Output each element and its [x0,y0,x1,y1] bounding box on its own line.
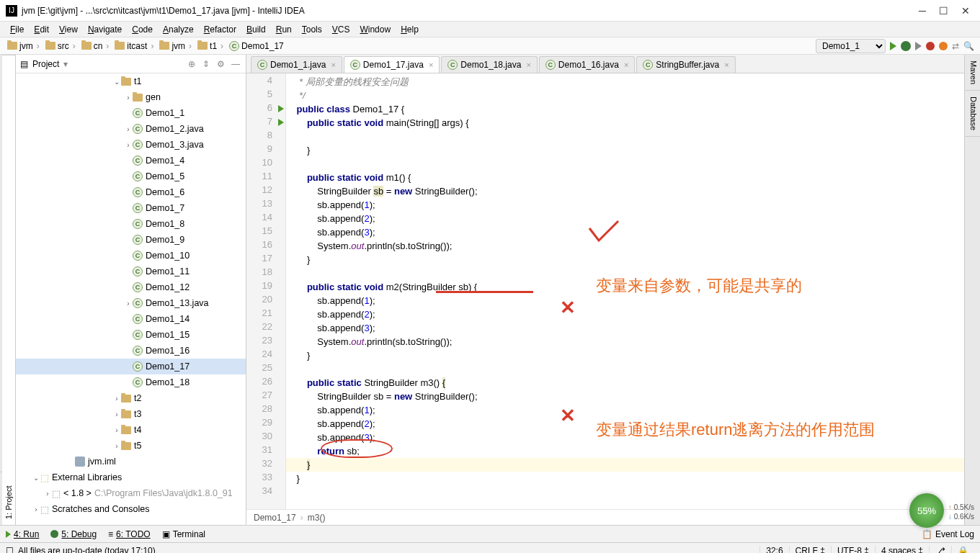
toolwin-todo[interactable]: ≡ 6: TODO [108,529,151,539]
tree-Demo1_3.java[interactable]: CDemo1_3.java [16,137,246,153]
run-config-select[interactable]: Demo1_1 [816,39,886,53]
toolwin-terminal[interactable]: ▣ Terminal [162,529,205,539]
bottom-toolbar: 4: Run 5: Debug ≡ 6: TODO ▣ Terminal 📋 E… [0,525,980,542]
collapse-icon[interactable]: ⇕ [202,59,213,69]
tab-StringBuffer.java[interactable]: CStringBuffer.java× [636,56,735,73]
editor-breadcrumb[interactable]: Demo1_17 › m3() [246,509,964,525]
coverage-icon[interactable] [915,42,922,50]
tree-t3[interactable]: t3 [16,406,246,422]
tree-Demo1_11[interactable]: CDemo1_11 [16,264,246,279]
tree-Demo1_17[interactable]: CDemo1_17 [16,359,246,374]
toolwin-structure[interactable]: 7: Structure [0,472,2,525]
tree-Demo1_18[interactable]: CDemo1_18 [16,374,246,390]
tree-t5[interactable]: t5 [16,438,246,454]
close-button[interactable]: ✕ [961,5,970,17]
tab-Demo1_1.java[interactable]: CDemo1_1.java× [251,56,342,73]
toolwin-maven[interactable]: Maven [965,55,980,91]
status-caret-pos[interactable]: 32:6 [760,546,788,554]
status-lock-icon[interactable]: 🔒 [951,546,974,554]
toolwin-debug[interactable]: 5: Debug [50,529,97,539]
tree-Demo1_6[interactable]: CDemo1_6 [16,184,246,200]
menu-code[interactable]: Code [128,23,157,36]
stop-button-icon[interactable] [926,42,935,50]
tree-gen[interactable]: gen [16,89,246,105]
close-tab-icon[interactable]: × [724,60,729,69]
menu-vcs[interactable]: VCS [328,23,355,36]
tree-Demo1_9[interactable]: CDemo1_9 [16,232,246,248]
view-mode-dropdown[interactable]: ▾ [63,59,68,69]
tree-Demo1_15[interactable]: CDemo1_15 [16,327,246,343]
menu-help[interactable]: Help [396,23,423,36]
tree-Demo1_13.java[interactable]: CDemo1_13.java [16,295,246,311]
search-icon[interactable]: 🔍 [963,41,974,51]
line-gutter[interactable]: 4567891011121314151617181920212223242526… [246,73,286,509]
menu-view[interactable]: View [55,23,82,36]
tab-Demo1_18.java[interactable]: CDemo1_18.java× [441,56,538,73]
menu-run[interactable]: Run [272,23,296,36]
toolwin-database[interactable]: Database [965,91,980,137]
scroll-from-source-icon[interactable]: ⊕ [188,59,198,69]
status-git[interactable]: ⎇ [929,546,951,554]
close-tab-icon[interactable]: × [331,60,335,69]
breadcrumb-jvm[interactable]: jvm› [6,41,43,51]
breadcrumb-cn[interactable]: cn› [80,41,112,51]
close-tab-icon[interactable]: × [624,60,628,69]
tree-t1[interactable]: t1 [16,73,246,89]
tab-Demo1_17.java[interactable]: CDemo1_17.java× [344,56,440,73]
debug-button-icon[interactable] [901,41,911,51]
editor-tabs: CDemo1_1.java×CDemo1_17.java×CDemo1_18.j… [246,55,964,73]
menu-build[interactable]: Build [242,23,270,36]
menu-analyze[interactable]: Analyze [159,23,198,36]
tree-Demo1_10[interactable]: CDemo1_10 [16,248,246,264]
tree-Demo1_1[interactable]: CDemo1_1 [16,105,246,121]
git-icon[interactable]: ⇄ [952,41,959,51]
tab-Demo1_16.java[interactable]: CDemo1_16.java× [539,56,636,73]
status-encoding[interactable]: UTF-8 ‡ [831,546,875,554]
settings-icon[interactable]: ⚙ [217,59,227,69]
breadcrumb-src[interactable]: src› [44,41,79,51]
breadcrumb-t1[interactable]: t1› [196,41,226,51]
close-tab-icon[interactable]: × [526,60,530,69]
status-indent[interactable]: 4 spaces ‡ [875,546,929,554]
menu-edit[interactable]: Edit [30,23,53,36]
tree-Demo1_7[interactable]: CDemo1_7 [16,200,246,216]
tree-jvm.iml[interactable]: jvm.iml [16,454,246,469]
tree-Demo1_2.java[interactable]: CDemo1_2.java [16,121,246,137]
tree-Demo1_8[interactable]: CDemo1_8 [16,216,246,232]
minimize-button[interactable]: ─ [919,5,926,17]
tree-Scratches and Consoles[interactable]: ⬚Scratches and Consoles [16,501,246,517]
toolwin-project[interactable]: 1: Project [2,55,15,525]
tree-Demo1_5[interactable]: CDemo1_5 [16,168,246,184]
annotation-text-2: 变量通过结果return逃离方法的作用范围 [596,419,834,441]
tree-t4[interactable]: t4 [16,422,246,438]
tree-< 1.8 >[interactable]: ⬚< 1.8 >C:\Program Files\Java\jdk1.8.0_9… [16,485,246,501]
tree-External Libraries[interactable]: ⬚External Libraries [16,469,246,485]
project-tree[interactable]: t1genCDemo1_1CDemo1_2.javaCDemo1_3.javaC… [16,73,246,525]
run-button-icon[interactable] [890,42,896,50]
menu-file[interactable]: File [6,23,28,36]
toolwin-run[interactable]: 4: Run [6,529,39,539]
tree-Demo1_14[interactable]: CDemo1_14 [16,311,246,327]
tree-Demo1_12[interactable]: CDemo1_12 [16,279,246,295]
hide-icon[interactable]: — [231,59,241,69]
menu-window[interactable]: Window [355,23,395,36]
close-tab-icon[interactable]: × [429,60,433,69]
code-text[interactable]: * 局部变量的线程安全问题 */ public class Demo1_17 {… [286,73,964,509]
menu-tools[interactable]: Tools [298,23,326,36]
breadcrumb-itcast[interactable]: itcast› [113,41,156,51]
breadcrumb-Demo1_17[interactable]: CDemo1_17 [228,41,285,51]
tree-Demo1_16[interactable]: CDemo1_16 [16,343,246,359]
toolwin-eventlog[interactable]: 📋 Event Log [922,529,974,539]
tree-t2[interactable]: t2 [16,390,246,406]
tree-Demo1_4[interactable]: CDemo1_4 [16,153,246,168]
menu-navigate[interactable]: Navigate [84,23,126,36]
crumb-class[interactable]: Demo1_17 [254,513,296,523]
tool-icon[interactable] [939,42,948,50]
status-line-sep[interactable]: CRLF ‡ [789,546,831,554]
menu-refactor[interactable]: Refactor [200,23,241,36]
code-area[interactable]: 4567891011121314151617181920212223242526… [246,73,964,509]
crumb-method[interactable]: m3() [308,513,326,523]
maximize-button[interactable]: ☐ [939,5,948,17]
project-panel: ▤ Project ▾ ⊕ ⇕ ⚙ — t1genCDemo1_1CDemo1_… [16,55,246,525]
breadcrumb-jvm[interactable]: jvm› [158,41,195,51]
